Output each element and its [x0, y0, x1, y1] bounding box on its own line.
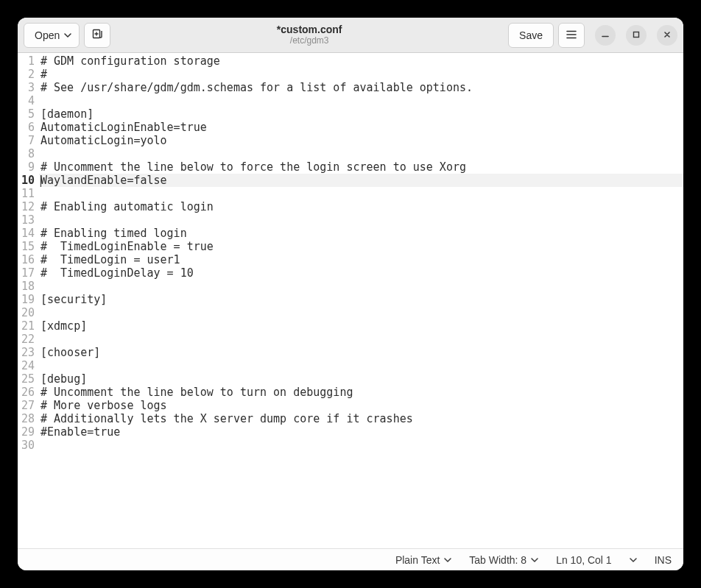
line-number: 5 — [18, 107, 36, 121]
goto-line-dropdown[interactable] — [630, 558, 637, 562]
text-line — [39, 147, 683, 160]
editor-window: Open *custom.conf /etc/gdm3 Save — [18, 18, 683, 570]
line-number: 10 — [18, 174, 36, 187]
line-number: 12 — [18, 200, 36, 213]
open-button-label: Open — [35, 29, 60, 41]
syntax-label: Plain Text — [395, 554, 440, 566]
line-number: 6 — [18, 121, 36, 134]
headerbar: Open *custom.conf /etc/gdm3 Save — [18, 18, 683, 53]
chevron-down-icon — [630, 558, 637, 562]
cursor-position[interactable]: Ln 10, Col 1 — [556, 554, 612, 566]
minimize-button[interactable] — [595, 25, 616, 46]
text-line: # — [39, 68, 683, 81]
line-number: 1 — [18, 54, 36, 68]
hamburger-menu-button[interactable] — [558, 23, 585, 48]
text-line: AutomaticLogin=yolo — [39, 134, 683, 147]
text-line: [debug] — [39, 372, 683, 386]
maximize-icon — [633, 29, 640, 40]
window-subtitle: /etc/gdm3 — [115, 36, 504, 46]
line-number: 9 — [18, 160, 36, 174]
close-icon — [663, 29, 671, 40]
close-button[interactable] — [657, 25, 677, 46]
text-line: # More verbose logs — [39, 399, 683, 412]
line-number: 11 — [18, 187, 36, 200]
text-cursor — [40, 175, 41, 187]
line-number: 17 — [18, 266, 36, 280]
text-content[interactable]: # GDM configuration storage## See /usr/s… — [39, 53, 683, 548]
line-number: 2 — [18, 68, 36, 81]
maximize-button[interactable] — [626, 25, 647, 46]
text-line: #Enable=true — [39, 425, 683, 439]
text-line: WaylandEnable=false — [39, 174, 683, 187]
text-line — [39, 94, 683, 107]
line-number: 22 — [18, 333, 36, 346]
title-area: *custom.conf /etc/gdm3 — [115, 24, 504, 46]
line-number: 30 — [18, 439, 36, 452]
chevron-down-icon — [64, 33, 71, 38]
text-line: # TimedLogin = user1 — [39, 253, 683, 266]
line-number: 4 — [18, 94, 36, 107]
new-tab-icon — [91, 28, 103, 42]
text-line — [39, 187, 683, 200]
syntax-selector[interactable]: Plain Text — [395, 554, 451, 566]
line-number: 15 — [18, 240, 36, 253]
line-number: 19 — [18, 293, 36, 306]
new-tab-button[interactable] — [84, 23, 110, 48]
text-line: # Enabling automatic login — [39, 200, 683, 213]
text-line: # Uncomment the line below to force the … — [39, 160, 683, 174]
window-controls — [595, 25, 677, 46]
text-line: [daemon] — [39, 107, 683, 121]
line-number: 29 — [18, 425, 36, 439]
text-line: # TimedLoginDelay = 10 — [39, 266, 683, 280]
line-number: 25 — [18, 372, 36, 386]
text-line — [39, 213, 683, 227]
line-number: 8 — [18, 147, 36, 160]
text-line: # TimedLoginEnable = true — [39, 240, 683, 253]
text-line — [39, 439, 683, 452]
line-number: 13 — [18, 213, 36, 227]
text-line — [39, 306, 683, 319]
line-number: 27 — [18, 399, 36, 412]
line-number: 21 — [18, 319, 36, 333]
save-button[interactable]: Save — [508, 23, 554, 48]
editor-area[interactable]: 1234567891011121314151617181920212223242… — [18, 53, 683, 548]
line-number: 20 — [18, 306, 36, 319]
window-title: *custom.conf — [115, 24, 504, 35]
tabwidth-label: Tab Width: 8 — [469, 554, 526, 566]
line-number: 16 — [18, 253, 36, 266]
tabwidth-selector[interactable]: Tab Width: 8 — [469, 554, 538, 566]
text-line: # Additionally lets the X server dump co… — [39, 412, 683, 425]
text-line: [xdmcp] — [39, 319, 683, 333]
text-line — [39, 333, 683, 346]
line-number-gutter: 1234567891011121314151617181920212223242… — [18, 53, 39, 548]
minimize-icon — [602, 29, 609, 40]
line-number: 18 — [18, 280, 36, 293]
line-number: 7 — [18, 134, 36, 147]
text-line — [39, 359, 683, 372]
text-line: # Uncomment the line below to turn on de… — [39, 386, 683, 399]
text-line: AutomaticLoginEnable=true — [39, 121, 683, 134]
statusbar: Plain Text Tab Width: 8 Ln 10, Col 1 INS — [18, 548, 683, 570]
line-number: 28 — [18, 412, 36, 425]
text-line: # See /usr/share/gdm/gdm.schemas for a l… — [39, 81, 683, 94]
cursor-position-label: Ln 10, Col 1 — [556, 554, 612, 566]
hamburger-icon — [566, 29, 577, 41]
text-line: # Enabling timed login — [39, 227, 683, 240]
insert-mode-label: INS — [655, 554, 672, 566]
insert-mode[interactable]: INS — [655, 554, 672, 566]
chevron-down-icon — [531, 558, 538, 562]
save-button-label: Save — [519, 29, 543, 41]
line-number: 23 — [18, 346, 36, 359]
line-number: 14 — [18, 227, 36, 240]
text-line: # GDM configuration storage — [39, 54, 683, 68]
text-line — [39, 280, 683, 293]
open-button[interactable]: Open — [24, 23, 80, 48]
svg-rect-1 — [634, 32, 639, 38]
chevron-down-icon — [444, 558, 451, 562]
line-number: 24 — [18, 359, 36, 372]
text-line: [chooser] — [39, 346, 683, 359]
line-number: 26 — [18, 386, 36, 399]
line-number: 3 — [18, 81, 36, 94]
text-line: [security] — [39, 293, 683, 306]
